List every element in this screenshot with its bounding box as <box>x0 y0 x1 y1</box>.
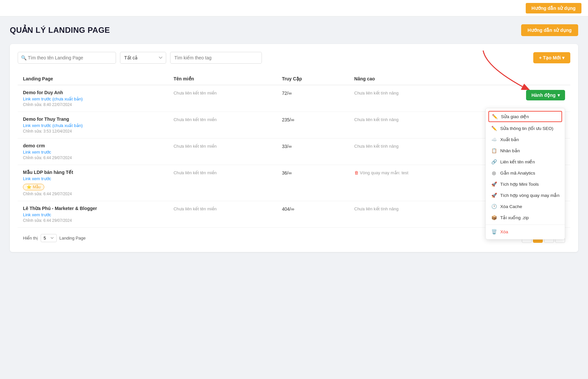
col-landing-page: Landing Page <box>23 76 173 81</box>
dropdown-item-publish[interactable]: ☁️ Xuất bản <box>486 134 565 145</box>
row-access: 72/∞ <box>282 90 354 96</box>
dropdown-item-clone[interactable]: 📋 Nhân bản <box>486 145 565 156</box>
col-access: Truy Cập <box>282 76 354 81</box>
status-filter[interactable]: Tất cả Đã xuất bản Chưa xuất bản <box>120 52 166 64</box>
dropdown-item-label: Xuất bản <box>500 137 519 142</box>
dropdown-menu: ✏️ Sửa giao diện ✏️ Sửa thông tin (tối ư… <box>485 108 565 240</box>
delete-icon: 🗑️ <box>491 229 497 234</box>
row-preview-link[interactable]: Link xem trước (chưa xuất bản) <box>23 96 173 101</box>
table-header: Landing Page Tên miền Truy Cập Nâng cao <box>18 73 570 85</box>
row-meta: Chỉnh sửa: 3:53 12/04/2024 <box>23 129 173 134</box>
page-header: QUẢN LÝ LANDING PAGE Hướng dẫn sử dụng <box>10 24 578 36</box>
search-input[interactable] <box>18 52 116 64</box>
dropdown-item-label: Tải xuống .zip <box>500 215 529 220</box>
search-icon: 🔍 <box>21 55 27 60</box>
row-preview-link[interactable]: Link xem trước <box>23 212 173 217</box>
row-info: Lê Thừa Phú - Marketer & Blogger Link xe… <box>23 206 173 223</box>
row-info: Demo for Thuy Trang Link xem trước (chưa… <box>23 116 173 134</box>
dropdown-item-wheel[interactable]: 🚀 Tích hợp vòng quay may mắn <box>486 190 565 201</box>
dropdown-item-delete[interactable]: 🗑️ Xóa <box>486 226 565 237</box>
row-meta: Chỉnh sửa: 6:44 29/07/2024 <box>23 218 173 223</box>
action-btn-chevron: ▾ <box>558 93 560 98</box>
link-icon: 🔗 <box>491 159 497 164</box>
wheel-feature-icon: 🗑 <box>354 170 359 175</box>
row-name: Lê Thừa Phú - Marketer & Blogger <box>23 206 173 211</box>
clone-icon: 📋 <box>491 148 497 153</box>
row-info: Demo for Duy Anh Link xem trước (chưa xu… <box>23 90 173 107</box>
row-name: Demo for Duy Anh <box>23 90 173 95</box>
row-domain: Chưa liên kết tên miền <box>173 170 282 175</box>
dropdown-item-label: Sửa giao diện <box>501 114 529 119</box>
mini-tools-icon: 🚀 <box>491 181 497 187</box>
dropdown-item-label: Tích hợp Mini Tools <box>500 181 539 187</box>
search-wrapper: 🔍 <box>18 52 116 64</box>
top-bar: Hướng dẫn sử dụng <box>0 0 588 16</box>
topbar-btn[interactable]: Hướng dẫn sử dụng <box>526 3 581 13</box>
row-feature: Chưa liên kết tính năng <box>354 116 475 122</box>
row-feature: Chưa liên kết tính năng <box>354 90 475 95</box>
row-access: 235/∞ <box>282 116 354 122</box>
dropdown-item-label: Nhân bản <box>500 148 520 153</box>
publish-icon: ☁️ <box>491 137 497 142</box>
row-name: demo crm <box>23 143 173 148</box>
unit-label: Landing Page <box>59 236 86 241</box>
page-title: QUẢN LÝ LANDING PAGE <box>10 26 110 35</box>
row-access: 404/∞ <box>282 206 354 212</box>
row-domain: Chưa liên kết tên miền <box>173 116 282 122</box>
seo-edit-icon: ✏️ <box>491 126 497 131</box>
create-button[interactable]: + Tạo Mới ▾ <box>533 52 571 63</box>
row-preview-link[interactable]: Link xem trước <box>23 150 173 155</box>
edit-icon: ✏️ <box>492 114 498 119</box>
row-feature: Chưa liên kết tính năng <box>354 206 475 211</box>
table-row: Demo for Duy Anh Link xem trước (chưa xu… <box>18 85 570 112</box>
pagination-left: Hiển thị 5 10 20 50 Landing Page <box>23 234 86 242</box>
analytics-icon: ◎ <box>491 170 497 176</box>
row-preview-link[interactable]: Link xem trước (chưa xuất bản) <box>23 123 173 128</box>
row-feature: Chưa liên kết tính năng <box>354 143 475 149</box>
dropdown-item-analytics[interactable]: ◎ Gắn mã Analytics <box>486 167 565 179</box>
row-meta: Chỉnh sửa: 6:44 29/07/2024 <box>23 192 173 196</box>
col-domain: Tên miền <box>173 76 282 81</box>
row-name: Demo for Thuy Trang <box>23 116 173 122</box>
star-icon: ⭐ <box>27 185 31 189</box>
filter-row: 🔍 Tất cả Đã xuất bản Chưa xuất bản + Tạo… <box>18 52 570 64</box>
dropdown-item-label: Xóa <box>500 229 508 234</box>
dropdown-item-edit-seo[interactable]: ✏️ Sửa thông tin (tối ưu SEO) <box>486 123 565 134</box>
dropdown-item-download[interactable]: 📦 Tải xuống .zip <box>486 212 565 223</box>
page-size-select[interactable]: 5 10 20 50 <box>41 234 57 242</box>
row-domain: Chưa liên kết tên miền <box>173 90 282 95</box>
row-actions: Hành động ▾ ✏️ Sửa giao diện ✏️ Sửa thôn… <box>475 90 565 100</box>
col-advanced: Nâng cao <box>354 76 475 81</box>
action-button-row1[interactable]: Hành động ▾ <box>526 90 565 100</box>
show-label: Hiển thị <box>23 236 38 241</box>
dropdown-item-label: Sửa thông tin (tối ưu SEO) <box>500 126 553 131</box>
row-meta: Chỉnh sửa: 8:40 22/07/2024 <box>23 102 173 107</box>
download-icon: 📦 <box>491 215 497 220</box>
wheel-icon: 🚀 <box>491 193 497 198</box>
action-btn-label: Hành động <box>531 93 556 98</box>
cache-icon: 🕐 <box>491 204 497 209</box>
dropdown-item-label: Liên kết tên miền <box>500 159 535 164</box>
row-info: Mẫu LDP bán hàng Tết Link xem trước ⭐ Mẫ… <box>23 170 173 196</box>
dropdown-item-label: Tích hợp vòng quay may mắn <box>500 193 559 198</box>
row-domain: Chưa liên kết tên miền <box>173 206 282 211</box>
row-access: 33/∞ <box>282 143 354 149</box>
row-feature: 🗑Vòng quay may mắn: test <box>354 170 475 175</box>
dropdown-divider <box>486 224 565 225</box>
dropdown-item-mini-tools[interactable]: 🚀 Tích hợp Mini Tools <box>486 179 565 190</box>
row-preview-link[interactable]: Link xem trước <box>23 176 173 181</box>
col-action <box>475 76 565 81</box>
dropdown-item-domain[interactable]: 🔗 Liên kết tên miền <box>486 156 565 167</box>
row-info: demo crm Link xem trước Chỉnh sửa: 6:44 … <box>23 143 173 160</box>
dropdown-item-edit-ui[interactable]: ✏️ Sửa giao diện <box>488 111 562 122</box>
dropdown-item-label: Xóa Cache <box>500 204 522 209</box>
guide-button[interactable]: Hướng dẫn sử dụng <box>521 24 578 36</box>
row-access: 36/∞ <box>282 170 354 176</box>
row-domain: Chưa liên kết tên miền <box>173 143 282 149</box>
dropdown-item-cache[interactable]: 🕐 Xóa Cache <box>486 201 565 212</box>
tag-search-input[interactable] <box>170 52 262 64</box>
mau-badge: ⭐ Mẫu <box>23 184 44 190</box>
content-card: 🔍 Tất cả Đã xuất bản Chưa xuất bản + Tạo… <box>10 44 578 252</box>
row-meta: Chỉnh sửa: 6:44 29/07/2024 <box>23 156 173 160</box>
row-name: Mẫu LDP bán hàng Tết <box>23 170 173 175</box>
